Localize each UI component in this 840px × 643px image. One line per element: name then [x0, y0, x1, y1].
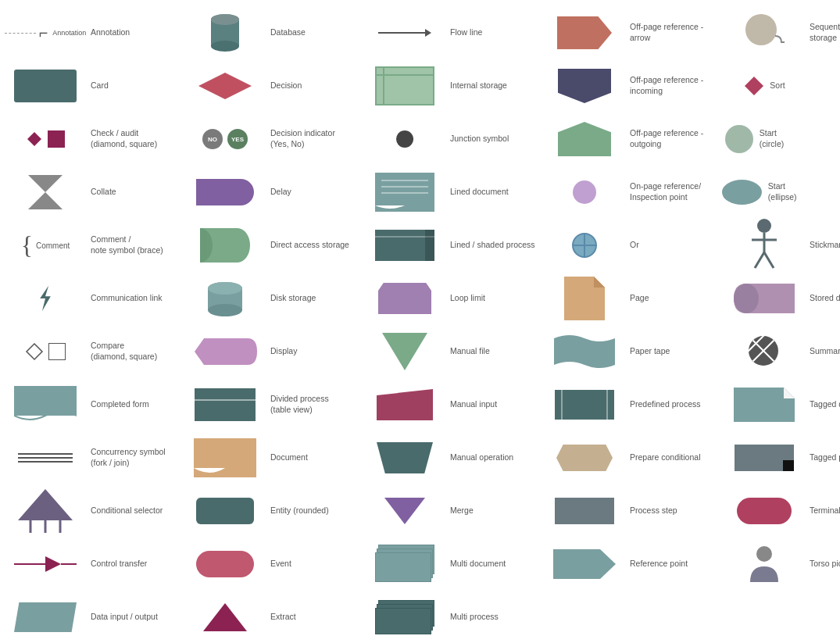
svg-marker-38 [18, 489, 73, 520]
conditional-cell: Conditional selector [3, 484, 183, 538]
manual-file-cell: Manual file [363, 325, 542, 378]
tagged-doc-label: Tagged document [810, 399, 840, 410]
extract-label: Extract [270, 612, 296, 623]
svg-rect-34 [14, 386, 77, 416]
empty-cell-2 [722, 591, 840, 643]
direct-access-cell: Direct access storage [183, 219, 363, 272]
page-cell: Page [542, 272, 722, 325]
ref-point-label: Reference point [630, 559, 688, 570]
predefined-label: Predefined process [630, 399, 700, 410]
terminal-shape [725, 491, 803, 531]
svg-point-26 [208, 304, 242, 316]
process-step-shape [545, 491, 624, 531]
data-io-shape [6, 597, 84, 638]
prepare-label: Prepare conditional [630, 452, 700, 463]
concurrency-cell: Concurrency symbol(fork / join) [3, 431, 183, 484]
junction-shape [366, 119, 444, 159]
flowline-shape [366, 13, 444, 53]
paper-tape-svg [554, 332, 615, 371]
page-svg [564, 277, 605, 320]
entity-shape [186, 491, 264, 531]
prepare-shape [545, 438, 624, 478]
document-cell: Document [183, 431, 363, 484]
merge-shape [366, 491, 444, 531]
decision-indicator-cell: NO YES Decision indicator(Yes, No) [183, 113, 363, 166]
start-ellipse-label: Start (ellipse) [768, 181, 807, 202]
onpage-ref-shape [545, 172, 624, 213]
svg-point-18 [757, 219, 771, 233]
comm-link-cell: Communication link [3, 272, 183, 325]
no-indicator: NO [202, 129, 223, 149]
offpage-incoming-cell: Off-page reference -incoming [542, 59, 722, 113]
ref-point-shape [545, 544, 624, 584]
empty-cell-1 [542, 591, 722, 643]
completed-form-svg [14, 386, 77, 423]
collate-svg [28, 175, 63, 209]
annotation-cell: ⌐ Annotation Annotation [3, 6, 183, 59]
page-label: Page [630, 293, 649, 304]
svg-line-22 [764, 252, 774, 268]
stored-data-svg [734, 284, 795, 313]
manual-op-label: Manual operation [450, 452, 513, 463]
seq-access-shape [725, 13, 803, 53]
delay-cell: Delay [183, 166, 363, 219]
ref-point-cell: Reference point [542, 538, 722, 591]
svg-point-42 [756, 546, 772, 562]
svg-marker-10 [28, 192, 63, 209]
collate-shape [6, 172, 84, 213]
ctrl-transfer-cell: Control transfer [3, 538, 183, 591]
svg-rect-11 [375, 173, 434, 205]
display-shape [186, 331, 264, 372]
junction-label: Junction symbol [450, 134, 509, 145]
multi-doc-cell: Multi document [363, 538, 542, 591]
lined-doc-svg [375, 173, 434, 212]
svg-marker-23 [40, 286, 51, 312]
ctrl-transfer-label: Control transfer [91, 559, 147, 570]
process-step-label: Process step [630, 505, 677, 516]
sort-cell: Sort [722, 59, 840, 113]
extract-shape [186, 597, 264, 638]
loop-limit-label: Loop limit [450, 293, 485, 304]
disk-shape [186, 278, 264, 319]
check-audit-label: Check / audit(diamond, square) [91, 128, 157, 149]
lined-shaded-cell: Lined / shaded process [363, 219, 542, 272]
ctrl-transfer-shape [6, 544, 84, 584]
sort-svg [743, 75, 765, 97]
comment-label: Comment /note symbol (brace) [91, 234, 163, 255]
seq-access-label: Sequential accessstorage [810, 22, 840, 43]
or-label: Or [630, 240, 639, 251]
summary-shape [725, 331, 803, 372]
start-circle-cell: Start (circle) [722, 113, 840, 166]
or-shape [545, 225, 624, 266]
multi-doc-shape [366, 544, 444, 584]
multi-doc-label: Multi document [450, 559, 506, 570]
card-cell: Card [3, 59, 183, 113]
tagged-doc-svg [734, 388, 795, 422]
conditional-label: Conditional selector [91, 505, 163, 516]
database-cell: Database [183, 6, 363, 59]
junction-cell: Junction symbol [363, 113, 542, 166]
entity-cell: Entity (rounded) [183, 484, 363, 538]
card-label: Card [91, 80, 109, 91]
concurrency-label: Concurrency symbol(fork / join) [91, 447, 166, 468]
stored-data-cell: Stored data [722, 272, 840, 325]
direct-access-svg [200, 228, 250, 263]
offpage-outgoing-cell: Off-page reference -outgoing [542, 113, 722, 166]
loop-limit-shape [366, 278, 444, 319]
offpage-incoming-shape [545, 66, 624, 106]
disk-svg [205, 277, 245, 320]
disk-cell: Disk storage [183, 272, 363, 325]
multi-process-cell: Multi process [363, 591, 542, 643]
stickman-label: Stickman pictogram [810, 240, 840, 251]
decision-cell: Decision [183, 59, 363, 113]
comm-link-shape [6, 278, 84, 319]
torso-svg [747, 545, 781, 584]
tagged-doc-cell: Tagged document [722, 378, 840, 431]
display-cell: Display [183, 325, 363, 378]
direct-access-shape [186, 225, 264, 266]
manual-input-label: Manual input [450, 399, 497, 410]
loop-limit-cell: Loop limit [363, 272, 542, 325]
manual-file-label: Manual file [450, 346, 490, 357]
seq-access-cell: Sequential accessstorage [722, 6, 840, 59]
start-circle-label: Start (circle) [760, 128, 803, 149]
